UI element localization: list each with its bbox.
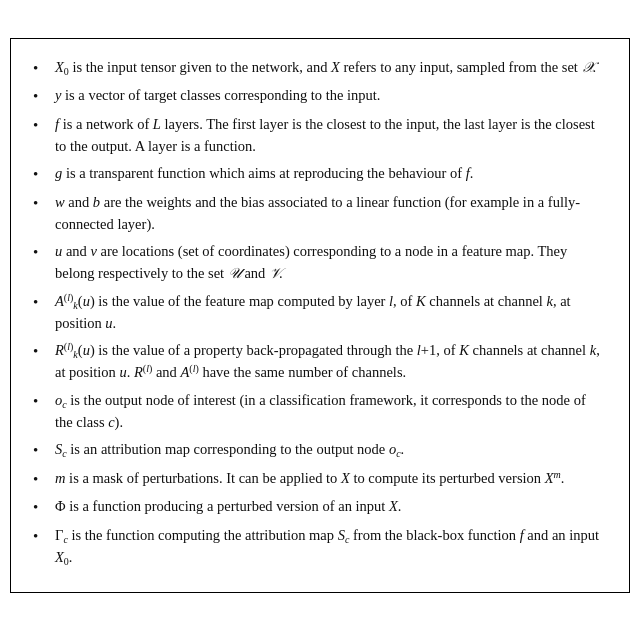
item-text: f is a network of L layers. The first la… <box>55 114 607 158</box>
list-item: •y is a vector of target classes corresp… <box>33 85 607 108</box>
list-item: •g is a transparent function which aims … <box>33 163 607 186</box>
list-item: •Φ is a function producing a perturbed v… <box>33 496 607 519</box>
bullet-icon: • <box>33 340 51 363</box>
bullet-icon: • <box>33 85 51 108</box>
item-text: Γc is the function computing the attribu… <box>55 525 607 569</box>
list-item: •X0 is the input tensor given to the net… <box>33 57 607 80</box>
list-item: •Sc is an attribution map corresponding … <box>33 439 607 462</box>
bullet-icon: • <box>33 192 51 215</box>
item-text: oc is the output node of interest (in a … <box>55 390 607 434</box>
list-item: •A(l)k(u) is the value of the feature ma… <box>33 291 607 335</box>
list-item: •w and b are the weights and the bias as… <box>33 192 607 236</box>
item-text: g is a transparent function which aims a… <box>55 163 607 185</box>
bullet-icon: • <box>33 291 51 314</box>
bullet-icon: • <box>33 525 51 548</box>
list-item: •f is a network of L layers. The first l… <box>33 114 607 158</box>
bullet-icon: • <box>33 163 51 186</box>
bullet-icon: • <box>33 468 51 491</box>
list-item: •Γc is the function computing the attrib… <box>33 525 607 569</box>
bullet-icon: • <box>33 114 51 137</box>
bullet-icon: • <box>33 57 51 80</box>
list-item: •m is a mask of perturbations. It can be… <box>33 468 607 491</box>
bullet-icon: • <box>33 390 51 413</box>
item-text: w and b are the weights and the bias ass… <box>55 192 607 236</box>
bullet-icon: • <box>33 241 51 264</box>
item-text: y is a vector of target classes correspo… <box>55 85 607 107</box>
item-text: m is a mask of perturbations. It can be … <box>55 468 607 490</box>
item-text: Φ is a function producing a perturbed ve… <box>55 496 607 518</box>
item-text: u and v are locations (set of coordinate… <box>55 241 607 285</box>
bullet-icon: • <box>33 439 51 462</box>
notation-box: •X0 is the input tensor given to the net… <box>10 38 630 594</box>
item-text: A(l)k(u) is the value of the feature map… <box>55 291 607 335</box>
list-item: •oc is the output node of interest (in a… <box>33 390 607 434</box>
bullet-icon: • <box>33 496 51 519</box>
item-text: X0 is the input tensor given to the netw… <box>55 57 607 79</box>
item-text: Sc is an attribution map corresponding t… <box>55 439 607 461</box>
list-item: •u and v are locations (set of coordinat… <box>33 241 607 285</box>
notation-list: •X0 is the input tensor given to the net… <box>33 57 607 569</box>
item-text: R(l)k(u) is the value of a property back… <box>55 340 607 384</box>
list-item: •R(l)k(u) is the value of a property bac… <box>33 340 607 384</box>
